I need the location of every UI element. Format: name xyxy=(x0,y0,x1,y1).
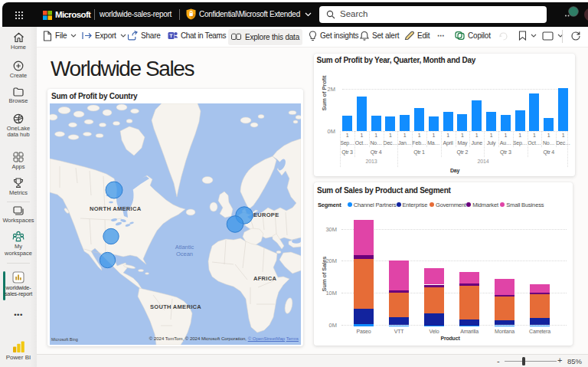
svg-text:NORTH AMERICA: NORTH AMERICA xyxy=(90,205,142,212)
svg-text:Ocean: Ocean xyxy=(176,251,193,257)
svg-text:SOUTH AMERICA: SOUTH AMERICA xyxy=(150,303,201,310)
svg-text:Atlantic: Atlantic xyxy=(175,244,194,251)
svg-text:EUROPE: EUROPE xyxy=(253,211,279,218)
svg-text:AFRICA: AFRICA xyxy=(253,275,276,282)
